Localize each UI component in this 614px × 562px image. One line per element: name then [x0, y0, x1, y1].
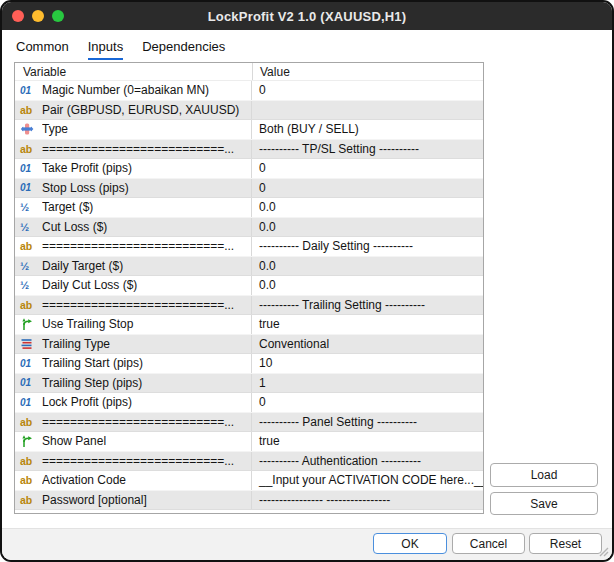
table-row[interactable]: abPair (GBPUSD, EURUSD, XAUUSD): [15, 101, 483, 121]
variable-cell: Trailing Step (pips): [42, 376, 251, 390]
variable-cell: Type: [42, 122, 251, 136]
variable-cell: Show Panel: [42, 434, 251, 448]
value-cell[interactable]: 0.0: [251, 218, 483, 237]
table-row[interactable]: 01Lock Profit (pips)0: [15, 393, 483, 413]
tab-inputs[interactable]: Inputs: [88, 39, 123, 60]
variable-cell: Daily Target ($): [42, 259, 251, 273]
table-row[interactable]: TypeBoth (BUY / SELL): [15, 120, 483, 140]
variable-cell: ==========================...: [42, 298, 251, 312]
variable-cell: ==========================...: [42, 454, 251, 468]
variable-cell: Activation Code: [42, 473, 251, 487]
value-cell[interactable]: 0: [251, 179, 483, 198]
variable-cell: Password [optional]: [42, 493, 251, 507]
table-row[interactable]: ½Daily Target ($)0.0: [15, 257, 483, 277]
bool-type-icon: [20, 317, 42, 331]
value-cell[interactable]: 10: [251, 354, 483, 373]
value-cell[interactable]: __Input your ACTIVATION CODE here...__: [251, 471, 483, 490]
reset-button[interactable]: Reset: [529, 533, 602, 554]
minimize-button[interactable]: [32, 10, 44, 22]
bool-type-icon: [20, 434, 42, 448]
table-header: Variable Value: [15, 63, 483, 81]
value-cell[interactable]: ---------- Trailing Setting ----------: [251, 296, 483, 315]
table-row[interactable]: 01Magic Number (0=abaikan MN)0: [15, 81, 483, 101]
table-body: 01Magic Number (0=abaikan MN)0abPair (GB…: [15, 81, 483, 510]
int-type-icon: 01: [20, 182, 42, 193]
table-row[interactable]: abPassword [optional]---------------- --…: [15, 491, 483, 511]
value-cell[interactable]: true: [251, 432, 483, 451]
value-cell[interactable]: Conventional: [251, 335, 483, 354]
variable-cell: Target ($): [42, 200, 251, 214]
table-row[interactable]: ½Daily Cut Loss ($)0.0: [15, 276, 483, 296]
title-bar[interactable]: LockProfit V2 1.0 (XAUUSD,H1): [2, 2, 612, 30]
resize-grip-icon[interactable]: [597, 545, 609, 557]
variable-cell: ==========================...: [42, 415, 251, 429]
int-type-icon: 01: [20, 163, 42, 174]
table-row[interactable]: 01Trailing Step (pips)1: [15, 374, 483, 394]
table-row[interactable]: ab==========================...---------…: [15, 413, 483, 433]
table-row[interactable]: Trailing TypeConventional: [15, 335, 483, 355]
inputs-table: Variable Value 01Magic Number (0=abaikan…: [14, 62, 484, 514]
dbl-type-icon: ½: [20, 260, 42, 272]
value-cell[interactable]: ---------------- ----------------: [251, 491, 483, 510]
value-cell[interactable]: 0: [251, 81, 483, 100]
value-column-header: Value: [252, 63, 483, 80]
ea-inputs-dialog: LockProfit V2 1.0 (XAUUSD,H1) Common Inp…: [0, 0, 614, 562]
dbl-type-icon: ½: [20, 221, 42, 233]
table-row[interactable]: ab==========================...---------…: [15, 237, 483, 257]
value-cell[interactable]: 0.0: [251, 276, 483, 295]
value-cell[interactable]: ---------- Panel Setting ----------: [251, 413, 483, 432]
close-button[interactable]: [12, 10, 24, 22]
table-row[interactable]: ab==========================...---------…: [15, 140, 483, 160]
int-type-icon: 01: [20, 85, 42, 96]
str-type-icon: ab: [20, 299, 42, 311]
value-cell[interactable]: [251, 101, 483, 120]
ok-button[interactable]: OK: [373, 533, 447, 554]
table-row[interactable]: ab==========================...---------…: [15, 296, 483, 316]
value-cell[interactable]: Both (BUY / SELL): [251, 120, 483, 139]
str-type-icon: ab: [20, 455, 42, 467]
tab-common[interactable]: Common: [16, 39, 69, 60]
window-title: LockProfit V2 1.0 (XAUUSD,H1): [2, 9, 612, 24]
value-cell[interactable]: 0.0: [251, 198, 483, 217]
tab-dependencies[interactable]: Dependencies: [142, 39, 225, 60]
value-cell[interactable]: ---------- Daily Setting ----------: [251, 237, 483, 256]
table-row[interactable]: 01Trailing Start (pips)10: [15, 354, 483, 374]
enum-type-icon: [20, 338, 42, 350]
str-type-icon: ab: [20, 240, 42, 252]
value-cell[interactable]: 0: [251, 159, 483, 178]
zoom-button[interactable]: [52, 10, 64, 22]
value-cell[interactable]: true: [251, 315, 483, 334]
load-button[interactable]: Load: [490, 463, 598, 487]
value-cell[interactable]: ---------- TP/SL Setting ----------: [251, 140, 483, 159]
table-row[interactable]: Show Paneltrue: [15, 432, 483, 452]
variable-cell: Take Profit (pips): [42, 161, 251, 175]
value-cell[interactable]: 0.0: [251, 257, 483, 276]
cancel-button[interactable]: Cancel: [452, 533, 525, 554]
type-type-icon: [20, 122, 42, 136]
value-cell[interactable]: ---------- Authentication ----------: [251, 452, 483, 471]
variable-cell: Use Trailing Stop: [42, 317, 251, 331]
traffic-lights: [12, 2, 64, 30]
dbl-type-icon: ½: [20, 279, 42, 291]
variable-cell: Trailing Type: [42, 337, 251, 351]
table-row[interactable]: 01Take Profit (pips)0: [15, 159, 483, 179]
variable-cell: ==========================...: [42, 142, 251, 156]
table-row[interactable]: ab==========================...---------…: [15, 452, 483, 472]
str-type-icon: ab: [20, 104, 42, 116]
table-row[interactable]: ½Cut Loss ($)0.0: [15, 218, 483, 238]
int-type-icon: 01: [20, 377, 42, 388]
table-row[interactable]: Use Trailing Stoptrue: [15, 315, 483, 335]
table-row[interactable]: ½Target ($)0.0: [15, 198, 483, 218]
variable-column-header: Variable: [15, 65, 252, 79]
value-cell[interactable]: 1: [251, 374, 483, 393]
save-button[interactable]: Save: [490, 492, 598, 515]
variable-cell: Magic Number (0=abaikan MN): [42, 83, 251, 97]
table-row[interactable]: 01Stop Loss (pips)0: [15, 179, 483, 199]
table-row[interactable]: abActivation Code__Input your ACTIVATION…: [15, 471, 483, 491]
tab-bar: Common Inputs Dependencies: [2, 30, 612, 60]
value-cell[interactable]: 0: [251, 393, 483, 412]
variable-cell: Pair (GBPUSD, EURUSD, XAUUSD): [42, 103, 251, 117]
variable-cell: Lock Profit (pips): [42, 395, 251, 409]
int-type-icon: 01: [20, 397, 42, 408]
variable-cell: Stop Loss (pips): [42, 181, 251, 195]
